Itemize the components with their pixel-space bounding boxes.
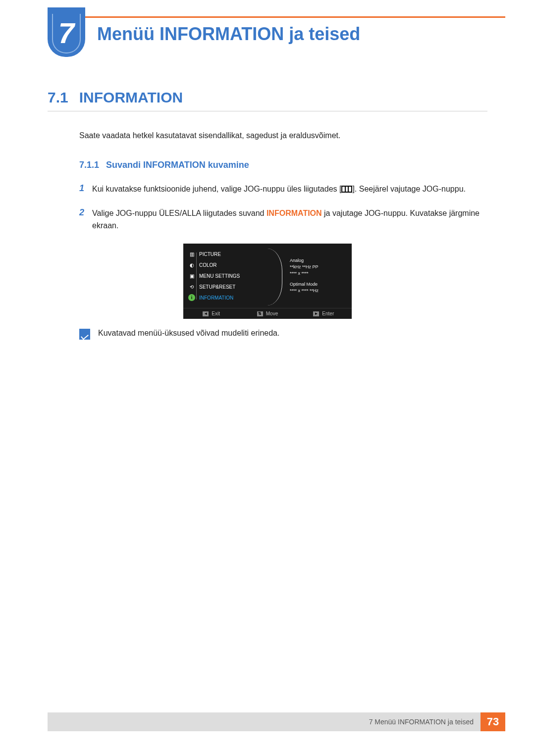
chapter-badge: 7 bbox=[48, 7, 85, 57]
step-number: 1 bbox=[79, 183, 92, 196]
page-footer: 7 Menüü INFORMATION ja teised 73 bbox=[48, 712, 505, 731]
section-heading: 7.1INFORMATION bbox=[48, 89, 487, 106]
note: Kuvatavad menüü-üksused võivad mudeliti … bbox=[79, 329, 487, 340]
left-arrow-icon: ◄ bbox=[203, 311, 209, 316]
right-arrow-icon: ► bbox=[313, 311, 319, 316]
note-text: Kuvatavad menüü-üksused võivad mudeliti … bbox=[98, 329, 279, 338]
step-list: 1 Kui kuvatakse funktsioonide juhend, va… bbox=[79, 183, 487, 232]
subsection-heading: 7.1.1Suvandi INFORMATION kuvamine bbox=[79, 160, 487, 170]
step-1: 1 Kui kuvatakse funktsioonide juhend, va… bbox=[79, 183, 487, 196]
osd-item-setup-reset: SETUP&RESET bbox=[199, 284, 235, 290]
picture-icon: ▥ bbox=[188, 251, 195, 257]
note-icon bbox=[79, 329, 90, 340]
osd-item-information: INFORMATION bbox=[199, 295, 233, 301]
section-number: 7.1 bbox=[48, 89, 68, 105]
section-title: INFORMATION bbox=[79, 89, 183, 105]
osd-footer: ◄Exit ⇅Move ►Enter bbox=[183, 308, 352, 319]
osd-item-picture: PICTURE bbox=[199, 252, 221, 257]
osd-item-menu-settings: MENU SETTINGS bbox=[199, 273, 240, 279]
chapter-title: Menüü INFORMATION ja teised bbox=[97, 24, 360, 45]
top-rule bbox=[48, 16, 505, 18]
step-number: 2 bbox=[79, 207, 92, 232]
osd-screenshot: ▥PICTURE ◐COLOR ▣MENU SETTINGS ⟲SETUP&RE… bbox=[183, 244, 352, 319]
subsection-number: 7.1.1 bbox=[79, 160, 99, 170]
step-2: 2 Valige JOG-nuppu ÜLES/ALLA liigutades … bbox=[79, 207, 487, 232]
reset-icon: ⟲ bbox=[188, 283, 195, 290]
footer-text: 7 Menüü INFORMATION ja teised bbox=[369, 718, 474, 726]
subsection-title: Suvandi INFORMATION kuvamine bbox=[106, 160, 249, 170]
section-rule bbox=[48, 111, 487, 111]
step-body: Valige JOG-nuppu ÜLES/ALLA liigutades su… bbox=[92, 207, 487, 232]
keyword-information: INFORMATION bbox=[267, 209, 322, 217]
settings-icon: ▣ bbox=[188, 272, 195, 279]
osd-item-color: COLOR bbox=[199, 262, 217, 268]
section-intro: Saate vaadata hetkel kasutatavat sisenda… bbox=[79, 131, 487, 140]
info-icon: i bbox=[188, 294, 195, 301]
osd-info-panel: Analog **kHz **Hz PP **** x **** Optimal… bbox=[290, 257, 319, 294]
updown-arrow-icon: ⇅ bbox=[257, 311, 263, 316]
menu-icon bbox=[341, 186, 352, 193]
page-number: 73 bbox=[481, 712, 505, 731]
color-icon: ◐ bbox=[188, 261, 195, 268]
chapter-number: 7 bbox=[58, 19, 74, 48]
step-body: Kui kuvatakse funktsioonide juhend, vali… bbox=[92, 183, 466, 196]
